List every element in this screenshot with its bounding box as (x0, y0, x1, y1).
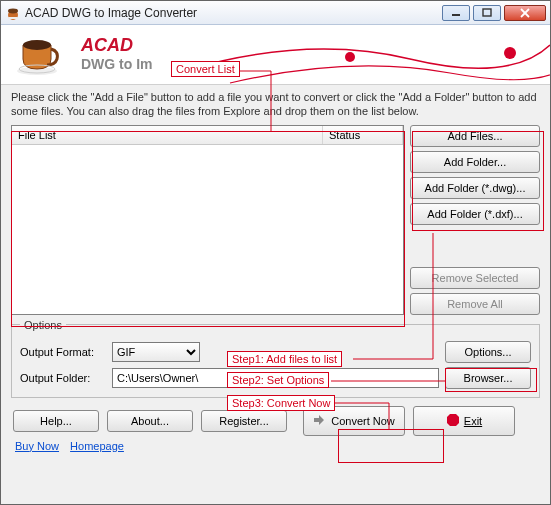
remove-selected-button[interactable]: Remove Selected (410, 267, 540, 289)
coffee-cup-icon (15, 31, 61, 77)
list-header: File List Status (12, 126, 403, 145)
browse-button[interactable]: Browser... (445, 367, 531, 389)
maximize-button[interactable] (473, 5, 501, 21)
exit-label: Exit (464, 415, 482, 427)
convert-now-button[interactable]: Convert Now (303, 406, 405, 436)
list-body[interactable] (12, 145, 403, 314)
window-buttons (442, 5, 546, 21)
add-files-button[interactable]: Add Files... (410, 125, 540, 147)
brand-subtitle: DWG to Im (81, 56, 153, 72)
svg-point-1 (8, 8, 18, 13)
svg-point-11 (504, 47, 516, 59)
stop-icon (446, 413, 460, 429)
minimize-button[interactable] (442, 5, 470, 21)
convert-now-label: Convert Now (331, 415, 395, 427)
output-folder-input[interactable] (112, 368, 439, 388)
svg-point-8 (23, 40, 51, 50)
register-button[interactable]: Register... (201, 410, 287, 432)
add-folder-button[interactable]: Add Folder... (410, 151, 540, 173)
svg-marker-12 (447, 414, 459, 426)
exit-button[interactable]: Exit (413, 406, 515, 436)
buy-now-link[interactable]: Buy Now (15, 440, 59, 452)
close-button[interactable] (504, 5, 546, 21)
bottom-bar: Help... About... Register... Convert Now… (11, 406, 540, 436)
add-folder-dxf-button[interactable]: Add Folder (*.dxf)... (410, 203, 540, 225)
col-file-list[interactable]: File List (12, 126, 323, 144)
svg-rect-2 (8, 17, 18, 19)
homepage-link[interactable]: Homepage (70, 440, 124, 452)
output-format-label: Output Format: (20, 346, 106, 358)
output-folder-label: Output Folder: (20, 372, 106, 384)
footer-links: Buy Now Homepage (11, 440, 540, 452)
decorative-swoosh (190, 25, 550, 85)
convert-icon (313, 413, 327, 429)
options-legend: Options (20, 319, 66, 331)
banner: ACAD DWG to Im (1, 25, 550, 85)
add-folder-dwg-button[interactable]: Add Folder (*.dwg)... (410, 177, 540, 199)
output-format-select[interactable]: GIF (112, 342, 200, 362)
brand-name: ACAD (81, 35, 153, 56)
side-buttons: Add Files... Add Folder... Add Folder (*… (410, 125, 540, 315)
file-list[interactable]: File List Status (11, 125, 404, 315)
about-button[interactable]: About... (107, 410, 193, 432)
options-group: Options Output Format: GIF Options... Ou… (11, 319, 540, 398)
brand-text: ACAD DWG to Im (81, 35, 153, 72)
remove-all-button[interactable]: Remove All (410, 293, 540, 315)
col-status[interactable]: Status (323, 126, 403, 144)
titlebar: ACAD DWG to Image Converter (1, 1, 550, 25)
window-title: ACAD DWG to Image Converter (25, 6, 442, 20)
instruction-text: Please click the "Add a File" button to … (11, 91, 540, 119)
svg-point-10 (345, 52, 355, 62)
options-button[interactable]: Options... (445, 341, 531, 363)
app-window: ACAD DWG to Image Converter ACAD DWG to … (0, 0, 551, 505)
help-button[interactable]: Help... (13, 410, 99, 432)
app-icon (5, 5, 21, 21)
svg-rect-4 (483, 9, 491, 16)
